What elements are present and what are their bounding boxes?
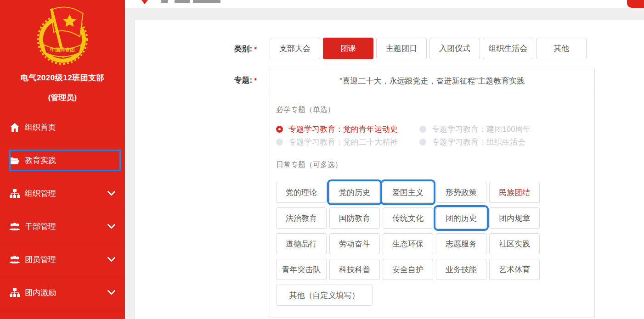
sitemap-icon <box>9 288 20 298</box>
daily-topic-button[interactable]: 民族团结 <box>489 182 540 203</box>
daily-topic-button[interactable]: 科技科普 <box>329 259 380 280</box>
clipped-text-fragment <box>161 0 168 3</box>
chevron-down-icon <box>107 190 116 198</box>
sidebar-item-label: 干部管理 <box>25 221 56 232</box>
daily-topic-button[interactable]: 青年突击队 <box>276 259 327 280</box>
daily-topic-button[interactable]: 生态环保 <box>383 233 433 254</box>
category-option-button[interactable]: 支部大会 <box>270 38 320 59</box>
daily-topic-button[interactable]: 法治教育 <box>276 207 327 229</box>
category-option-button[interactable]: 团课 <box>323 38 373 59</box>
required-topic-radio-label: 专题学习教育：党的青年运动史 <box>288 124 398 134</box>
topic-box: “喜迎二十大，永远跟党走，奋进新征程”主题教育实践 必学专题（单选） 专题学习教… <box>270 69 595 318</box>
topic-label-text: 专题: <box>234 76 252 84</box>
daily-topic-button[interactable]: 道德品行 <box>276 233 327 254</box>
required-topic-radio[interactable]: 专题学习教育：组织生活会 <box>419 137 589 147</box>
topic-row: 专题:* “喜迎二十大，永远跟党走，奋进新征程”主题教育实践 必学专题（单选） … <box>135 69 644 318</box>
org-name: 电气2020级12班团支部 <box>0 73 125 83</box>
category-options: 支部大会团课主题团日入团仪式组织生活会其他 <box>270 38 589 59</box>
category-option-button[interactable]: 入团仪式 <box>429 38 480 59</box>
radio-unselected-icon <box>276 139 283 146</box>
daily-topics-heading: 日常专题（可多选） <box>276 160 589 170</box>
daily-topic-button[interactable]: 形势政策 <box>436 182 486 203</box>
topic-title: “喜迎二十大，永远跟党走，奋进新征程”主题教育实践 <box>270 69 594 93</box>
required-topic-radio[interactable]: 专题学习教育：建团100周年 <box>419 124 589 134</box>
communist-youth-league-emblem-icon: 中国共青团 <box>31 4 94 66</box>
daily-topic-button[interactable]: 安全自护 <box>383 259 433 280</box>
sidebar-item-label: 组织管理 <box>25 188 56 199</box>
sidebar-item-home[interactable]: 组织首页 <box>0 111 125 144</box>
chevron-down-icon <box>107 289 116 297</box>
category-option-button[interactable]: 组织生活会 <box>483 38 533 59</box>
sidebar-item-org-management[interactable]: 组织管理 <box>0 177 125 210</box>
required-asterisk: * <box>254 76 257 84</box>
sidebar-item-league-incentive[interactable]: 团内激励 <box>0 276 125 309</box>
sidebar-item-label: 团内激励 <box>25 287 56 298</box>
sidebar-item-label: 团员管理 <box>25 254 56 265</box>
form-panel: 类别:* 支部大会团课主题团日入团仪式组织生活会其他 专题:* “喜迎二十大，永… <box>135 20 644 319</box>
sidebar-item-cadre-management[interactable]: 干部管理 <box>0 210 125 243</box>
category-row: 类别:* 支部大会团课主题团日入团仪式组织生活会其他 <box>135 38 644 59</box>
required-topic-radio-label: 专题学习教育：组织生活会 <box>432 137 525 147</box>
daily-topic-button[interactable]: 党的历史 <box>329 182 380 203</box>
sidebar-menu: 组织首页教育实践组织管理干部管理团员管理团内激励团内大数据 <box>0 111 125 319</box>
sidebar-item-member-management[interactable]: 团员管理 <box>0 243 125 276</box>
required-asterisk: * <box>254 45 257 53</box>
clipped-red-button[interactable] <box>627 0 644 8</box>
users-icon <box>9 222 20 232</box>
chevron-down-icon <box>107 256 116 264</box>
daily-topic-button[interactable]: 志愿服务 <box>436 233 486 254</box>
radio-unselected-icon <box>419 139 426 146</box>
topic-label: 专题:* <box>135 69 270 85</box>
top-bar <box>125 0 644 8</box>
required-topic-radio-label: 专题学习教育：建团100周年 <box>432 124 531 134</box>
chevron-down-icon <box>107 223 116 231</box>
category-label: 类别:* <box>135 38 270 54</box>
daily-topic-button[interactable]: 团的历史 <box>436 207 486 229</box>
daily-topic-button[interactable]: 传统文化 <box>383 207 433 229</box>
daily-topic-button[interactable]: 其他（自定义填写） <box>276 285 373 306</box>
sidebar-item-label: 教育实践 <box>25 155 56 166</box>
daily-topic-button[interactable]: 社区实践 <box>489 233 540 254</box>
radio-selected-icon <box>276 126 283 133</box>
daily-topic-button[interactable]: 艺术体育 <box>489 259 540 280</box>
required-topics-heading: 必学专题（单选） <box>276 105 589 115</box>
category-option-button[interactable]: 主题团日 <box>376 38 427 59</box>
required-topic-radio[interactable]: 专题学习教育：党的二十大精神 <box>276 137 419 147</box>
category-option-button[interactable]: 其他 <box>536 38 587 59</box>
svg-text:中国共青团: 中国共青团 <box>50 47 74 52</box>
org-role: (管理员) <box>0 92 125 103</box>
users-icon <box>9 255 20 265</box>
radio-unselected-icon <box>419 126 426 133</box>
daily-topic-button[interactable]: 国防教育 <box>329 207 380 229</box>
location-pin-icon <box>141 0 148 4</box>
required-topics-options: 专题学习教育：党的青年运动史专题学习教育：建团100周年专题学习教育：党的二十大… <box>276 124 589 147</box>
org-logo: 中国共青团 <box>0 0 125 66</box>
sidebar-item-label: 组织首页 <box>25 122 56 133</box>
daily-topic-button[interactable]: 团内规章 <box>489 207 540 229</box>
home-icon <box>9 123 20 133</box>
category-label-text: 类别: <box>234 45 252 53</box>
required-topic-radio[interactable]: 专题学习教育：党的青年运动史 <box>276 124 419 134</box>
clipped-text-fragment <box>175 0 190 3</box>
topic-body: 必学专题（单选） 专题学习教育：党的青年运动史专题学习教育：建团100周年专题学… <box>270 93 594 318</box>
daily-topic-button[interactable]: 业务技能 <box>436 259 486 280</box>
sidebar-item-education-practice[interactable]: 教育实践 <box>0 144 125 177</box>
folder-open-icon <box>9 156 20 166</box>
sitemap-icon <box>9 189 20 199</box>
daily-topic-button[interactable]: 党的理论 <box>276 182 327 203</box>
required-topic-radio-label: 专题学习教育：党的二十大精神 <box>288 137 398 147</box>
sidebar: 中国共青团 电气2020级12班团支部 (管理员) 组织首页教育实践组织管理干部… <box>0 0 125 319</box>
daily-topic-button[interactable]: 爱国主义 <box>383 182 433 203</box>
main-content-area: 类别:* 支部大会团课主题团日入团仪式组织生活会其他 专题:* “喜迎二十大，永… <box>125 8 644 319</box>
daily-topic-button[interactable]: 劳动奋斗 <box>329 233 380 254</box>
daily-topics-options: 党的理论党的历史爱国主义形势政策民族团结法治教育国防教育传统文化团的历史团内规章… <box>276 182 545 310</box>
clipped-text-fragment <box>193 0 220 3</box>
sidebar-item-league-big-data[interactable]: 团内大数据 <box>0 309 125 319</box>
